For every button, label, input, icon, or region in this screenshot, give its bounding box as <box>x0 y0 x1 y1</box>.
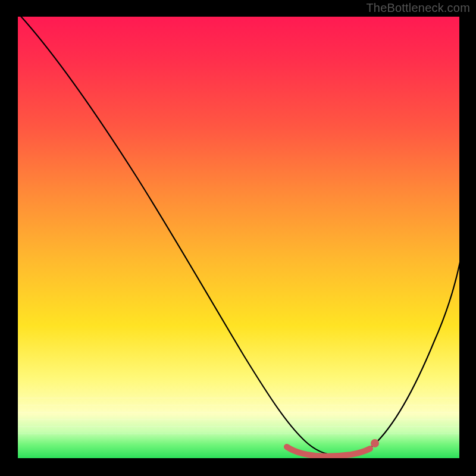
chart-frame: TheBottleneck.com <box>0 0 476 476</box>
plot-area <box>18 17 459 458</box>
optimal-point-dot <box>371 439 379 447</box>
bottleneck-curve <box>19 17 459 456</box>
watermark-text: TheBottleneck.com <box>366 1 470 15</box>
curve-layer <box>18 17 459 458</box>
optimal-range-marker <box>287 447 370 456</box>
